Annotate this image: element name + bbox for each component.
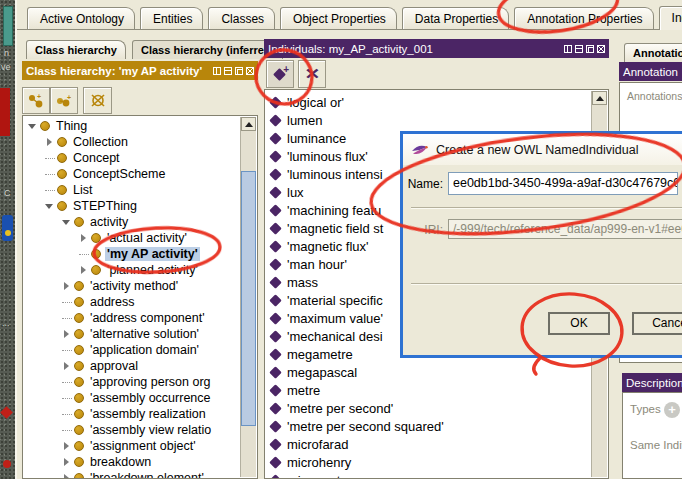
main-tab[interactable]: Entities [140, 7, 203, 29]
class-tree-row[interactable]: address [24, 294, 241, 310]
class-tree-row[interactable]: 'alternative solution' [24, 326, 241, 342]
class-tree-row[interactable]: 'breakdown element' [24, 470, 241, 478]
class-tree-row[interactable]: STEPThing [24, 198, 241, 214]
class-tree-row[interactable]: 'assignment object' [24, 438, 241, 454]
class-tree-row[interactable]: Thing [24, 118, 241, 134]
tab-class-hierarchy[interactable]: Class hierarchy [26, 40, 126, 59]
expand-toggle-icon[interactable] [44, 185, 56, 195]
class-tree-row[interactable]: ConceptScheme [24, 166, 241, 182]
class-tree-row[interactable]: 'actual activity' [24, 230, 241, 246]
class-tree-row[interactable]: approval [24, 358, 241, 374]
expand-toggle-icon[interactable] [61, 377, 73, 387]
close-view-icon[interactable] [597, 45, 605, 53]
float-view-icon[interactable] [586, 45, 594, 53]
class-tree-row[interactable]: 'assembly view relatio [24, 422, 241, 438]
individual-label: microhenry [287, 455, 351, 470]
main-tab[interactable]: Object Properties [280, 7, 397, 29]
float-view-icon[interactable] [235, 67, 243, 75]
class-tree-row[interactable]: List [24, 182, 241, 198]
main-tab[interactable]: Active Ontology [27, 7, 135, 29]
class-tree-label: 'assembly realization [88, 407, 208, 421]
add-subclass-button[interactable]: + [22, 87, 50, 114]
split-vertical-icon[interactable] [564, 45, 572, 53]
individual-row[interactable]: microhenry [267, 453, 591, 471]
individual-label: metre [287, 383, 320, 398]
expand-toggle-icon[interactable] [61, 281, 73, 291]
scrollbar-thumb[interactable] [241, 171, 256, 426]
expand-toggle-icon[interactable] [61, 345, 73, 355]
close-view-icon[interactable] [246, 67, 254, 75]
expand-toggle-icon[interactable] [61, 393, 73, 403]
tab-annotations[interactable]: Annotatio [624, 43, 682, 62]
expand-toggle-icon[interactable] [61, 457, 73, 467]
split-vertical-icon[interactable] [213, 67, 221, 75]
class-tree-row[interactable]: breakdown [24, 454, 241, 470]
class-tree-row[interactable]: 'assembly occurrence [24, 390, 241, 406]
delete-individual-button[interactable]: ✕ [298, 60, 326, 88]
expand-toggle-icon[interactable] [61, 217, 73, 227]
class-icon [74, 457, 84, 467]
individual-row[interactable]: megapascal [267, 363, 591, 381]
expand-toggle-icon[interactable] [44, 169, 56, 179]
main-tab[interactable]: Individuals [659, 6, 682, 30]
cancel-button[interactable]: Cance [632, 312, 682, 335]
class-tree-row[interactable]: 'approving person org [24, 374, 241, 390]
class-tree-row[interactable]: activity [24, 214, 241, 230]
class-tree-row[interactable]: 'planned activity' [24, 262, 241, 278]
individual-row[interactable]: metre [267, 381, 591, 399]
expand-toggle-icon[interactable] [61, 313, 73, 323]
same-individual-label: Same Indivi [623, 418, 682, 451]
name-input[interactable]: ee0db1bd-3450-499a-a9af-d30c47679c04 [448, 172, 678, 195]
expand-toggle-icon[interactable] [78, 265, 90, 275]
split-horizontal-icon[interactable] [575, 45, 583, 53]
scroll-up-button[interactable] [241, 117, 256, 131]
scroll-up-button[interactable] [592, 91, 607, 105]
class-tree-label: breakdown [88, 455, 153, 469]
individual-icon [269, 186, 282, 199]
expand-toggle-icon[interactable] [78, 249, 90, 259]
add-sibling-class-button[interactable]: + [50, 87, 78, 114]
expand-toggle-icon[interactable] [61, 409, 73, 419]
delete-class-button[interactable] [83, 87, 112, 114]
expand-toggle-icon[interactable] [44, 201, 56, 211]
individual-row[interactable]: micrometre [267, 471, 591, 478]
individual-icon [269, 96, 282, 109]
main-tab[interactable]: Annotation Properties [514, 7, 653, 29]
expand-toggle-icon[interactable] [78, 233, 90, 243]
expand-toggle-icon[interactable] [61, 441, 73, 451]
ok-button[interactable]: OK [548, 312, 610, 335]
add-individual-button[interactable]: + [266, 60, 294, 88]
individual-row[interactable]: lumen [267, 111, 591, 129]
individual-icon [269, 168, 282, 181]
class-tree-scrollbar[interactable] [240, 117, 256, 477]
tab-class-hierarchy-inferred[interactable]: Class hierarchy (inferred) [132, 40, 283, 59]
individual-row[interactable]: 'metre per second' [267, 399, 591, 417]
expand-toggle-icon[interactable] [61, 329, 73, 339]
individual-row[interactable]: 'metre per second squared' [267, 417, 591, 435]
split-horizontal-icon[interactable] [224, 67, 232, 75]
main-tab[interactable]: Classes [208, 7, 275, 29]
class-tree-row[interactable]: Concept [24, 150, 241, 166]
expand-toggle-icon[interactable] [61, 361, 73, 371]
expand-toggle-icon[interactable] [61, 297, 73, 307]
class-tree-row[interactable]: Collection [24, 134, 241, 150]
expand-toggle-icon[interactable] [61, 473, 73, 478]
individual-icon [269, 258, 282, 271]
main-tab-label: Annotation Properties [527, 12, 642, 26]
desktop-text-fragment: ve [1, 62, 11, 72]
main-tab[interactable]: Data Properties [402, 7, 509, 29]
add-type-button[interactable]: + [664, 402, 680, 418]
individual-row[interactable]: 'logical or' [267, 93, 591, 111]
class-tree-row[interactable]: 'activity method' [24, 278, 241, 294]
class-tree-row[interactable]: 'assembly realization [24, 406, 241, 422]
individual-label: 'luminous intensi [287, 167, 383, 182]
desktop-icon-fragment [2, 215, 13, 241]
class-tree-row[interactable]: 'address component' [24, 310, 241, 326]
expand-toggle-icon[interactable] [44, 153, 56, 163]
expand-toggle-icon[interactable] [61, 425, 73, 435]
expand-toggle-icon[interactable] [27, 121, 39, 131]
class-tree-row[interactable]: 'application domain' [24, 342, 241, 358]
class-tree-row[interactable]: 'my AP activity' [24, 246, 241, 262]
individual-row[interactable]: microfarad [267, 435, 591, 453]
expand-toggle-icon[interactable] [44, 137, 56, 147]
